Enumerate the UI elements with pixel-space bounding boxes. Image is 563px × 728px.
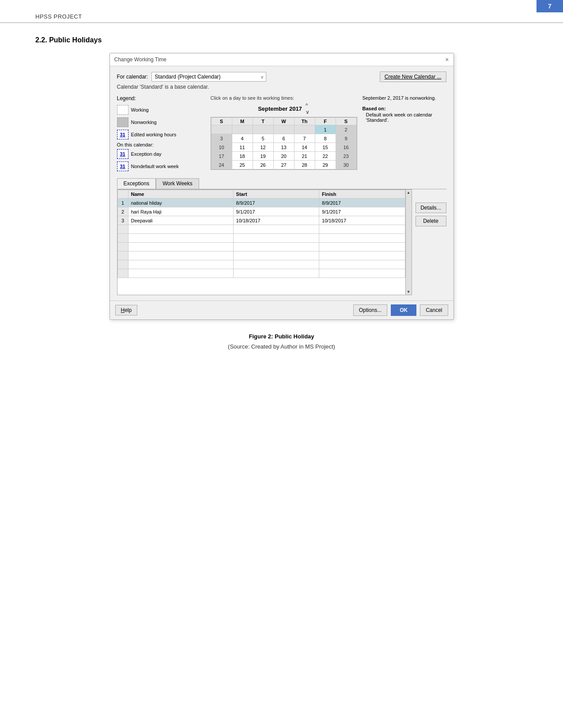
cal-day-8[interactable]: 8: [315, 134, 336, 143]
exception-name-8[interactable]: [128, 260, 233, 269]
col-header-num: [117, 190, 128, 199]
exception-name-1[interactable]: national hliday: [128, 199, 233, 207]
tab-work-weeks[interactable]: Work Weeks: [156, 178, 199, 189]
exception-name-6[interactable]: [128, 243, 233, 251]
cal-day-26[interactable]: 26: [253, 161, 273, 169]
cal-day-27[interactable]: 27: [273, 161, 294, 169]
cal-day-7[interactable]: 7: [294, 134, 315, 143]
exception-start-4[interactable]: [233, 225, 319, 234]
scroll-down-icon[interactable]: ▼: [406, 289, 411, 295]
exception-start-2[interactable]: 9/1/2017: [233, 207, 319, 216]
ok-button[interactable]: OK: [391, 304, 416, 316]
exception-row-7[interactable]: [117, 251, 405, 260]
exception-name-3[interactable]: Deepavali: [128, 216, 233, 225]
cal-day-12[interactable]: 12: [253, 143, 273, 152]
working-box: [117, 105, 128, 115]
col-header-f: F: [315, 118, 336, 125]
exception-row-4[interactable]: [117, 225, 405, 234]
cal-day-16[interactable]: 16: [336, 143, 356, 152]
cal-day-19[interactable]: 19: [253, 152, 273, 161]
cal-day-empty[interactable]: [294, 125, 315, 134]
cal-day-4[interactable]: 4: [232, 134, 253, 143]
row-num-3: 3: [117, 216, 128, 225]
cal-day-23[interactable]: 23: [336, 152, 356, 161]
dialog-titlebar: Change Working Time ×: [110, 53, 453, 66]
cal-day-14[interactable]: 14: [294, 143, 315, 152]
cancel-button[interactable]: Cancel: [420, 304, 448, 316]
col-header-finish: Finish: [319, 190, 405, 199]
exception-start-7[interactable]: [233, 251, 319, 260]
exception-name-4[interactable]: [128, 225, 233, 234]
calendar-nav-down[interactable]: ∨: [306, 109, 310, 115]
details-button[interactable]: Details...: [416, 203, 446, 213]
exception-finish-4[interactable]: [319, 225, 405, 234]
exception-start-9[interactable]: [233, 269, 319, 278]
calendar-select-wrapper[interactable]: Standard (Project Calendar): [151, 72, 266, 82]
cal-day-24[interactable]: 24: [211, 161, 232, 169]
cal-day-empty[interactable]: [253, 125, 273, 134]
exception-name-5[interactable]: [128, 234, 233, 243]
cal-day-3[interactable]: 3: [211, 134, 232, 143]
cal-day-5[interactable]: 5: [253, 134, 273, 143]
delete-button[interactable]: Delete: [416, 216, 446, 226]
cal-day-empty[interactable]: [273, 125, 294, 134]
tab-exceptions[interactable]: Exceptions: [117, 178, 156, 189]
exception-row-3[interactable]: 3 Deepavali 10/18/2017 10/18/2017: [117, 216, 405, 225]
calendar-select[interactable]: Standard (Project Calendar): [151, 72, 266, 82]
scroll-up-icon[interactable]: ▲: [406, 190, 411, 195]
calendar-nav-up[interactable]: ^: [306, 102, 310, 109]
cal-day-empty[interactable]: [232, 125, 253, 134]
cal-day-18[interactable]: 18: [232, 152, 253, 161]
cal-day-2[interactable]: 2: [336, 125, 356, 134]
nonworking-label: Nonworking: [131, 120, 157, 125]
exception-finish-3[interactable]: 10/18/2017: [319, 216, 405, 225]
exception-row-2[interactable]: 2 hari Raya Haji 9/1/2017 9/1/2017: [117, 207, 405, 216]
exception-finish-7[interactable]: [319, 251, 405, 260]
cal-day-20[interactable]: 20: [273, 152, 294, 161]
cal-day-30[interactable]: 30: [336, 161, 356, 169]
exception-row-8[interactable]: [117, 260, 405, 269]
exception-name-7[interactable]: [128, 251, 233, 260]
exception-start-5[interactable]: [233, 234, 319, 243]
close-icon[interactable]: ×: [445, 56, 449, 63]
exception-start-3[interactable]: 10/18/2017: [233, 216, 319, 225]
exception-row-9[interactable]: [117, 269, 405, 278]
cal-day-15[interactable]: 15: [315, 143, 336, 152]
exception-row-6[interactable]: [117, 243, 405, 251]
exception-finish-1[interactable]: 8/9/2017: [319, 199, 405, 207]
exception-start-1[interactable]: 8/9/2017: [233, 199, 319, 207]
cal-day-10[interactable]: 10: [211, 143, 232, 152]
cal-day-11[interactable]: 11: [232, 143, 253, 152]
cal-day-21[interactable]: 21: [294, 152, 315, 161]
exception-row-5[interactable]: [117, 234, 405, 243]
edited-label: Edited working hours: [131, 132, 177, 137]
exception-start-8[interactable]: [233, 260, 319, 269]
cal-day-28[interactable]: 28: [294, 161, 315, 169]
exception-name-2[interactable]: hari Raya Haji: [128, 207, 233, 216]
cal-day-25[interactable]: 25: [232, 161, 253, 169]
exception-finish-6[interactable]: [319, 243, 405, 251]
help-button[interactable]: Help: [115, 305, 138, 315]
exception-row-1[interactable]: 1 national hliday 8/9/2017 8/9/2017: [117, 199, 405, 207]
col-header-start: Start: [233, 190, 319, 199]
exception-finish-2[interactable]: 9/1/2017: [319, 207, 405, 216]
cal-day-22[interactable]: 22: [315, 152, 336, 161]
exception-name-9[interactable]: [128, 269, 233, 278]
exception-box: 31: [117, 149, 128, 159]
row-num-2: 2: [117, 207, 128, 216]
exception-finish-9[interactable]: [319, 269, 405, 278]
exception-finish-8[interactable]: [319, 260, 405, 269]
cal-day-17[interactable]: 17: [211, 152, 232, 161]
cal-day-6[interactable]: 6: [273, 134, 294, 143]
cal-day-13[interactable]: 13: [273, 143, 294, 152]
cal-day-empty[interactable]: [211, 125, 232, 134]
cal-day-1[interactable]: 1: [315, 125, 336, 134]
options-button[interactable]: Options...: [353, 304, 387, 316]
cal-day-9[interactable]: 9: [336, 134, 356, 143]
exception-start-6[interactable]: [233, 243, 319, 251]
scrollbar[interactable]: ▲ ▼: [405, 190, 412, 295]
tabs-row: Exceptions Work Weeks: [117, 178, 446, 189]
cal-day-29[interactable]: 29: [315, 161, 336, 169]
create-new-calendar-button[interactable]: Create New Calendar ...: [380, 71, 446, 82]
exception-finish-5[interactable]: [319, 234, 405, 243]
